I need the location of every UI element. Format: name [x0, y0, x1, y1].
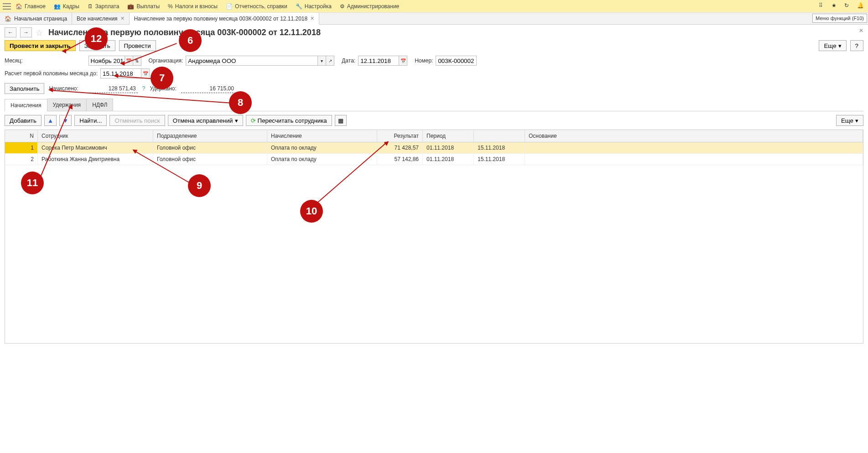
spinner-icon[interactable]: ⇅ [133, 56, 141, 66]
percent-icon: % [168, 3, 173, 10]
col-basis[interactable]: Основание [525, 130, 863, 142]
top-menu-bar: 🏠Главное 👥Кадры 🗓Зарплата 💼Выплаты %Нало… [0, 0, 868, 13]
col-period[interactable]: Период [423, 130, 474, 142]
tab-current[interactable]: Начисление за первую половину месяца 003… [130, 13, 320, 25]
top-icons: ⠿ ★ ↻ 🔔 [819, 2, 865, 10]
open-icon[interactable]: ↗ [326, 56, 334, 66]
find-button[interactable]: Найти... [74, 115, 107, 126]
date-label: Дата: [342, 57, 355, 64]
move-down-button[interactable]: ▼ [59, 115, 72, 126]
doc-icon: 📄 [226, 3, 233, 10]
withheld-label: Удержано: [150, 85, 176, 92]
gear-icon: ⚙ [340, 3, 345, 10]
fill-button[interactable]: Заполнить [5, 83, 44, 94]
close-icon[interactable]: ✕ [859, 27, 863, 34]
month-input[interactable] [88, 56, 125, 66]
table-row[interactable]: 1 Сорока Петр Максимович Головной офис О… [5, 142, 863, 154]
nav-otchet[interactable]: 📄Отчетность, справки [226, 3, 287, 10]
cancel-find-button[interactable]: Отменить поиск [109, 115, 165, 126]
calendar-icon[interactable]: 📅 [399, 56, 407, 66]
hamburger-icon[interactable] [3, 3, 11, 10]
col-accrual[interactable]: Начисление [267, 130, 377, 142]
history-icon[interactable]: ↻ [844, 2, 852, 10]
page-title: Начисление за первую половину месяца 003… [48, 28, 321, 37]
calc-date-input[interactable] [100, 68, 141, 78]
wallet-icon: 💼 [127, 3, 134, 10]
card-view-button[interactable]: ▦ [335, 115, 347, 126]
tab-home[interactable]: 🏠Начальная страница [0, 13, 72, 24]
back-button[interactable]: ← [5, 27, 16, 37]
subtab-ndfl[interactable]: НДФЛ [86, 99, 113, 111]
card-icon: ▦ [338, 117, 343, 124]
close-icon[interactable]: ✕ [310, 16, 314, 21]
close-icon[interactable]: ✕ [120, 16, 125, 21]
grid-more-button[interactable]: Еще ▾ [836, 115, 863, 126]
move-up-button[interactable]: ▲ [44, 115, 57, 126]
calendar-icon[interactable]: 📅 [141, 68, 150, 78]
number-label: Номер: [415, 57, 433, 64]
apps-icon[interactable]: ⠿ [819, 2, 827, 10]
col-n[interactable]: N [5, 130, 38, 142]
col-period2[interactable] [474, 130, 525, 142]
org-label: Организация: [149, 57, 183, 64]
forward-button[interactable]: → [20, 27, 32, 37]
nav-nastroika[interactable]: 🔧Настройка [296, 3, 332, 10]
accrued-label: Начислено: [49, 85, 78, 92]
home-icon: 🏠 [5, 16, 11, 22]
favorite-star-icon[interactable]: ☆ [36, 28, 45, 37]
menu-functions-hint: Меню функций (F10) [812, 14, 867, 23]
calendar-icon[interactable]: 📅 [125, 56, 133, 66]
wrench-icon: 🔧 [296, 3, 302, 10]
nav-kadry[interactable]: 👥Кадры [54, 3, 79, 10]
recalc-employee-button[interactable]: ⟳ Пересчитать сотрудника [246, 115, 332, 126]
org-input[interactable] [186, 56, 318, 66]
add-button[interactable]: Добавить [5, 115, 42, 126]
withheld-amount: 16 715,00 [181, 84, 236, 93]
nav-nalogi[interactable]: %Налоги и взносы [168, 3, 218, 10]
nav-admin[interactable]: ⚙Администрирование [340, 3, 399, 10]
accruals-grid: N Сотрудник Подразделение Начисление Рез… [5, 130, 863, 344]
top-nav: 🏠Главное 👥Кадры 🗓Зарплата 💼Выплаты %Нало… [16, 3, 819, 10]
accrued-amount: 128 571,43 [83, 84, 138, 93]
bell-icon[interactable]: 🔔 [857, 2, 865, 10]
sub-tabs: Начисления Удержания НДФЛ [5, 99, 863, 111]
more-button[interactable]: Еще ▾ [819, 40, 846, 51]
tab-bar: 🏠Начальная страница Все начисления✕ Начи… [0, 13, 868, 25]
chevron-down-icon[interactable]: ▾ [318, 56, 326, 66]
save-button[interactable]: Записать [79, 40, 115, 51]
nav-main[interactable]: 🏠Главное [16, 3, 46, 10]
tab-all-accruals[interactable]: Все начисления✕ [72, 13, 130, 24]
post-and-close-button[interactable]: Провести и закрыть [5, 40, 76, 51]
post-button[interactable]: Провести [119, 40, 156, 51]
col-employee[interactable]: Сотрудник [38, 130, 153, 142]
calc-date-label: Расчет первой половины месяца до: [5, 70, 98, 77]
grid-header: N Сотрудник Подразделение Начисление Рез… [5, 130, 863, 142]
home-icon: 🏠 [16, 3, 22, 10]
arrow-down-icon: ▼ [62, 117, 68, 124]
col-result[interactable]: Результат [377, 130, 423, 142]
cancel-corrections-button[interactable]: Отмена исправлений ▾ [168, 115, 243, 126]
month-label: Месяц: [5, 57, 23, 64]
col-department[interactable]: Подразделение [153, 130, 267, 142]
calc-icon: 🗓 [88, 3, 93, 10]
arrow-up-icon: ▲ [47, 117, 53, 124]
number-input[interactable] [436, 56, 477, 66]
refresh-icon: ⟳ [251, 117, 256, 124]
people-icon: 👥 [54, 3, 61, 10]
date-input[interactable] [358, 56, 399, 66]
help-button[interactable]: ? [850, 40, 863, 51]
help-icon[interactable]: ? [142, 85, 146, 92]
subtab-accruals[interactable]: Начисления [5, 99, 47, 111]
table-row[interactable]: 2 Работкина Жанна Дмитриевна Головной оф… [5, 154, 863, 165]
nav-vyplaty[interactable]: 💼Выплаты [127, 3, 160, 10]
subtab-withholdings[interactable]: Удержания [47, 99, 87, 111]
nav-zarplata[interactable]: 🗓Зарплата [88, 3, 120, 10]
star-icon[interactable]: ★ [832, 2, 840, 10]
